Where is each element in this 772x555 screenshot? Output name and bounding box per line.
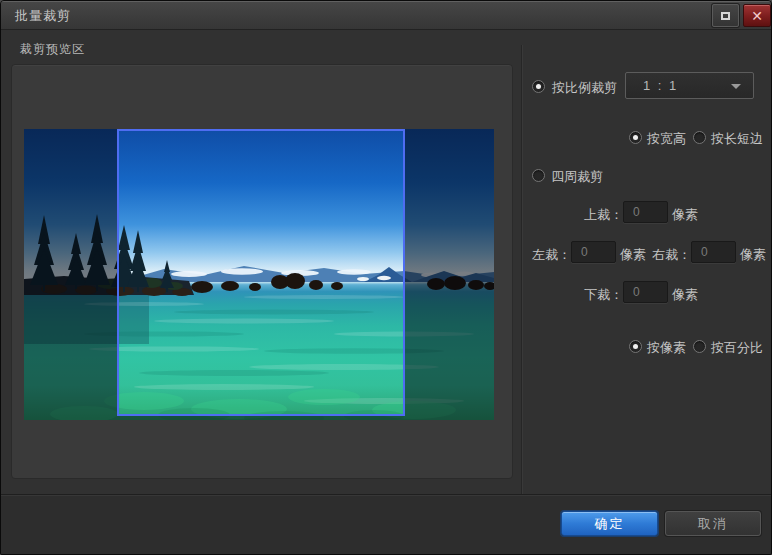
- around-crop-label[interactable]: 四周裁剪: [551, 168, 603, 186]
- preview-photo: [24, 129, 494, 420]
- ratio-crop-radio[interactable]: [532, 80, 545, 93]
- crop-top-input[interactable]: [623, 201, 668, 223]
- ratio-select-value: 1 : 1: [643, 78, 678, 93]
- batch-crop-dialog: 批量裁剪 ✕ 裁剪预览区: [0, 0, 772, 555]
- crop-top-label: 上裁：: [584, 206, 623, 224]
- crop-bottom-unit: 像素: [672, 286, 698, 304]
- ok-button[interactable]: 确定: [561, 511, 658, 536]
- crop-bottom-input[interactable]: [623, 281, 668, 303]
- panel-divider: [521, 45, 522, 494]
- title-bar[interactable]: 批量裁剪 ✕: [1, 1, 771, 30]
- footer-separator: [1, 494, 771, 495]
- by-long-short-label[interactable]: 按长短边: [711, 130, 763, 148]
- by-width-height-radio[interactable]: [629, 131, 642, 144]
- crop-right-label: 右裁：: [652, 246, 691, 264]
- preview-area-label: 裁剪预览区: [20, 41, 85, 58]
- by-long-short-radio[interactable]: [693, 131, 706, 144]
- ratio-select[interactable]: 1 : 1: [625, 72, 754, 99]
- crop-preview-panel: [11, 64, 513, 479]
- crop-bottom-label: 下裁：: [584, 286, 623, 304]
- crop-top-unit: 像素: [672, 206, 698, 224]
- by-pixel-label[interactable]: 按像素: [647, 339, 686, 357]
- cancel-button[interactable]: 取消: [665, 511, 761, 536]
- by-percent-radio[interactable]: [693, 340, 706, 353]
- crop-left-unit: 像素: [620, 246, 646, 264]
- crop-left-input[interactable]: [571, 241, 616, 263]
- crop-left-label: 左裁：: [532, 246, 571, 264]
- around-crop-radio[interactable]: [532, 169, 545, 182]
- close-button[interactable]: ✕: [743, 4, 771, 27]
- crop-right-input[interactable]: [691, 241, 736, 263]
- crop-selection-rect[interactable]: [117, 129, 405, 416]
- by-percent-label[interactable]: 按百分比: [711, 339, 763, 357]
- ratio-crop-label[interactable]: 按比例裁剪: [552, 79, 617, 97]
- maximize-icon: [721, 12, 730, 20]
- close-icon: ✕: [751, 8, 763, 24]
- chevron-down-icon: [731, 84, 741, 89]
- window-title: 批量裁剪: [15, 1, 71, 30]
- by-width-height-label[interactable]: 按宽高: [647, 130, 686, 148]
- maximize-button[interactable]: [712, 4, 739, 27]
- by-pixel-radio[interactable]: [629, 340, 642, 353]
- crop-right-unit: 像素: [740, 246, 766, 264]
